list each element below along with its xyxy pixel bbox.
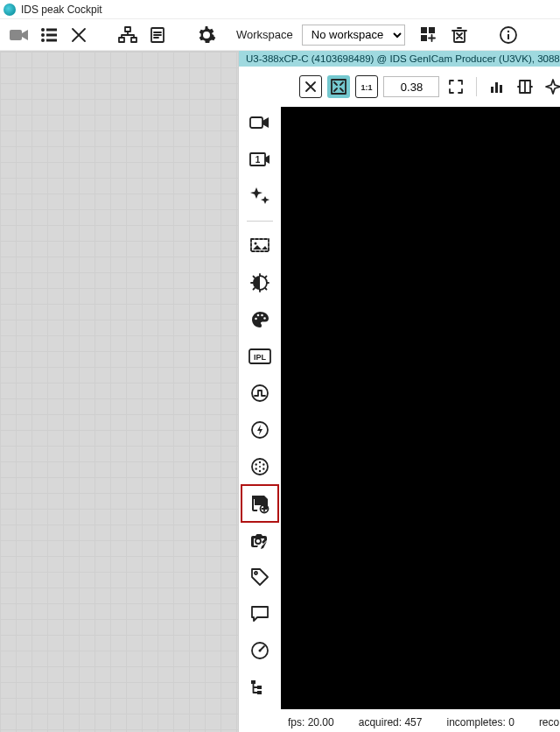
trigger-icon[interactable] — [248, 381, 272, 405]
status-reconnect: reconnec — [539, 716, 560, 728]
svg-point-44 — [256, 468, 257, 469]
add-panel-icon[interactable] — [419, 25, 440, 46]
status-bar: fps: 20.00 acquired: 457 incompletes: 0 … — [239, 711, 560, 732]
app-icon — [4, 4, 16, 16]
histogram-icon[interactable] — [486, 75, 508, 98]
brightness-icon[interactable] — [248, 271, 272, 295]
device-list-icon[interactable] — [38, 25, 60, 46]
network-icon[interactable] — [117, 25, 138, 46]
svg-point-47 — [256, 538, 261, 544]
fullscreen-icon[interactable] — [444, 75, 467, 98]
panel-title[interactable]: U3-388xCP-C (4103698489) @ IDS GenICam P… — [239, 51, 560, 67]
color-palette-icon[interactable] — [248, 307, 272, 332]
svg-rect-4 — [46, 33, 57, 36]
delete-icon[interactable] — [449, 25, 470, 46]
svg-point-32 — [261, 314, 263, 317]
settings-icon[interactable] — [196, 25, 217, 46]
svg-point-50 — [259, 650, 262, 652]
video-record-icon[interactable] — [248, 110, 272, 135]
single-frame-icon[interactable]: 1 — [248, 147, 272, 172]
svg-rect-6 — [46, 39, 57, 41]
svg-point-3 — [41, 33, 45, 37]
image-roi-icon[interactable] — [248, 234, 272, 258]
app-title: IDS peak Cockpit — [21, 4, 102, 16]
workspace-select[interactable]: No workspace — [302, 25, 405, 46]
svg-point-42 — [262, 468, 264, 469]
svg-point-43 — [259, 470, 261, 472]
divider — [247, 221, 273, 222]
fit-view-icon[interactable] — [327, 75, 350, 98]
highlight — [241, 484, 279, 523]
camera-edit-icon[interactable] — [248, 528, 272, 553]
titlebar: IDS peak Cockpit — [0, 0, 560, 19]
svg-text:IPL: IPL — [254, 353, 267, 362]
svg-point-5 — [41, 39, 45, 42]
info-icon[interactable] — [498, 25, 519, 46]
close-icon[interactable] — [68, 25, 89, 46]
one-to-one-icon[interactable]: 1:1 — [355, 75, 378, 98]
svg-point-29 — [255, 243, 257, 245]
svg-point-36 — [252, 385, 268, 401]
crosshair-icon[interactable] — [542, 75, 560, 98]
close-view-icon[interactable] — [299, 75, 322, 98]
svg-point-1 — [41, 28, 45, 32]
svg-point-39 — [259, 466, 261, 468]
svg-point-31 — [257, 314, 260, 317]
speed-icon[interactable] — [248, 638, 272, 663]
live-image — [281, 107, 560, 709]
svg-rect-21 — [495, 82, 498, 93]
svg-point-48 — [255, 572, 257, 574]
svg-point-33 — [263, 317, 266, 320]
svg-point-30 — [255, 318, 257, 320]
svg-text:1:1: 1:1 — [361, 83, 373, 92]
main-toolbar: Workspace No workspace — [0, 19, 560, 51]
svg-rect-13 — [421, 35, 427, 41]
svg-rect-25 — [250, 117, 262, 128]
svg-rect-0 — [10, 30, 22, 40]
status-acquired: acquired: 457 — [359, 716, 423, 728]
zoom-input[interactable] — [383, 76, 439, 97]
svg-rect-12 — [429, 27, 435, 33]
status-fps: fps: 20.00 — [288, 716, 334, 728]
separator — [476, 77, 477, 96]
log-icon[interactable] — [147, 25, 168, 46]
svg-rect-17 — [508, 34, 509, 39]
comment-icon[interactable] — [248, 602, 272, 626]
svg-point-40 — [259, 461, 261, 463]
svg-rect-2 — [46, 28, 57, 31]
svg-rect-11 — [421, 27, 427, 33]
svg-point-45 — [256, 463, 257, 465]
camera-params-icon[interactable] — [248, 454, 272, 479]
tree-view-icon[interactable] — [248, 675, 272, 700]
svg-point-41 — [262, 463, 264, 465]
workspace-label: Workspace — [236, 28, 293, 41]
svg-rect-22 — [500, 85, 502, 93]
ipl-icon[interactable]: IPL — [248, 344, 272, 369]
status-incompletes: incompletes: 0 — [446, 716, 514, 728]
view-toolbar: 1:1 — [239, 67, 560, 105]
side-tools: 1 IPL — [239, 105, 281, 711]
workspace-grid[interactable] — [0, 51, 238, 732]
svg-text:1: 1 — [256, 155, 261, 165]
flash-icon[interactable] — [248, 418, 272, 442]
camera-icon[interactable] — [9, 25, 30, 46]
tag-icon[interactable] — [248, 565, 272, 589]
auto-features-icon[interactable] — [248, 184, 272, 208]
svg-point-16 — [508, 30, 509, 32]
image-view[interactable] — [281, 105, 560, 711]
svg-rect-20 — [491, 87, 494, 93]
save-settings-icon[interactable] — [248, 491, 272, 516]
profile-icon[interactable] — [514, 75, 536, 98]
camera-panel: U3-388xCP-C (4103698489) @ IDS GenICam P… — [238, 51, 560, 732]
